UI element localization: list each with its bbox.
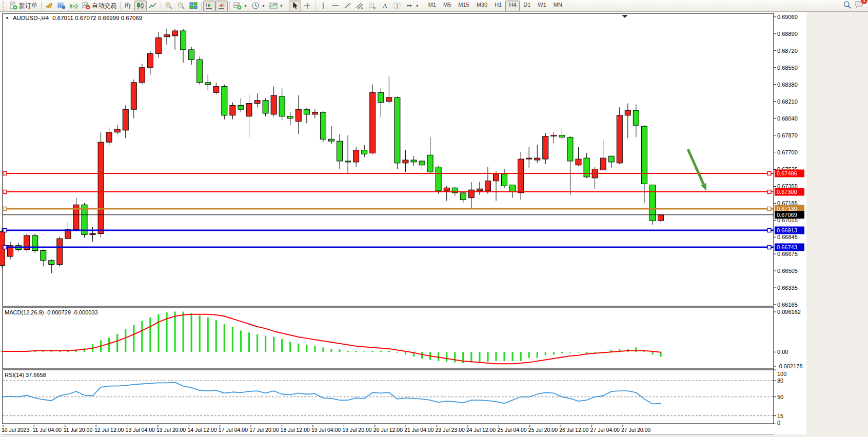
bid-price-label: 0.67069: [775, 211, 804, 218]
zoom-in-button[interactable]: [163, 1, 175, 11]
chart-shift-icon: [218, 2, 226, 10]
hline-0.67486[interactable]: [3, 172, 774, 175]
timeframe-button-m15[interactable]: M15: [455, 1, 472, 11]
signal-icon: [70, 2, 78, 10]
timeframe-button-m30[interactable]: M30: [473, 1, 491, 11]
line-anchor[interactable]: [767, 229, 771, 232]
chevron-down-icon[interactable]: ▼: [244, 4, 247, 8]
candle: [155, 38, 161, 54]
candle: [518, 159, 524, 193]
equidistant-channel-button[interactable]: E: [354, 1, 366, 11]
line-anchor[interactable]: [767, 172, 771, 175]
zoom-out-icon: [177, 2, 185, 10]
bar-chart-button[interactable]: [122, 1, 134, 11]
price-tick-label: 0.69060: [777, 14, 798, 20]
vline-icon: [319, 2, 327, 10]
rsi-indicator-label: RSI(14) 37.6658: [5, 372, 46, 378]
timeframe-button-m5[interactable]: M5: [440, 1, 455, 11]
signals-button[interactable]: [68, 1, 80, 11]
timeframe-button-w1[interactable]: W1: [534, 1, 550, 11]
price-tick-label: 0.66505: [777, 268, 798, 274]
timeframe-button-h1[interactable]: H1: [491, 1, 505, 11]
line-anchor[interactable]: [767, 190, 771, 194]
text-button[interactable]: A: [379, 1, 391, 11]
timeframe-button-m1[interactable]: M1: [425, 1, 440, 11]
candle: [189, 50, 194, 59]
tile-windows-button[interactable]: [187, 1, 200, 11]
time-tick-label: 17 Jul 04:00: [219, 427, 248, 433]
new-order-button[interactable]: 新订单: [7, 1, 40, 11]
candle: [147, 54, 153, 68]
macd-tick-label: 0.006162: [777, 309, 801, 315]
candle: [106, 132, 112, 142]
shapes-icon: [405, 2, 413, 10]
chevron-down-icon[interactable]: ▼: [416, 4, 419, 8]
search-icon[interactable]: [843, 1, 852, 11]
svg-text:0.67130: 0.67130: [777, 206, 797, 212]
history-center-button[interactable]: [43, 1, 55, 11]
notifications-chat-icon[interactable]: 1: [855, 0, 864, 11]
candle-chart-button[interactable]: [134, 1, 147, 11]
zoom-out-button[interactable]: [175, 1, 187, 11]
auto-scroll-button[interactable]: [203, 1, 215, 11]
chevron-down-icon[interactable]: ▼: [262, 4, 265, 8]
timeframe-button-mn[interactable]: MN: [550, 1, 566, 11]
chart-title-dropdown-icon[interactable]: ▼: [5, 16, 9, 21]
candle: [436, 167, 441, 191]
hline-0.67300[interactable]: [3, 190, 774, 194]
hline-0.67130[interactable]: [3, 207, 774, 210]
price-tick-label: 0.68380: [777, 82, 798, 88]
horizontal-line-button[interactable]: [329, 1, 342, 11]
line-anchor[interactable]: [3, 172, 7, 175]
text-icon: A: [381, 2, 389, 10]
templates-button[interactable]: ▼: [267, 1, 285, 11]
vertical-line-button[interactable]: [317, 1, 329, 11]
line-anchor[interactable]: [767, 245, 771, 249]
line-anchor[interactable]: [3, 229, 7, 232]
market-depth-button[interactable]: [55, 1, 68, 11]
down-arrow-annotation[interactable]: [688, 149, 706, 191]
timeframe-button-d1[interactable]: D1: [520, 1, 534, 11]
candle: [238, 105, 244, 109]
candle: [551, 135, 557, 136]
candle: [98, 142, 104, 233]
line-chart-button[interactable]: [147, 1, 159, 11]
price-tick-label: 0.68550: [777, 65, 798, 71]
crosshair-button[interactable]: [301, 1, 313, 11]
hline-0.66743[interactable]: [3, 245, 774, 249]
line-anchor[interactable]: [3, 245, 7, 249]
chart-shift-button[interactable]: [215, 1, 228, 11]
line-anchor[interactable]: [767, 207, 771, 210]
chart-shift-marker[interactable]: [622, 15, 628, 18]
arrows-button[interactable]: ▼: [403, 1, 421, 11]
line-anchor[interactable]: [3, 207, 7, 210]
candle: [576, 159, 581, 165]
trendline-button[interactable]: [342, 1, 354, 11]
toolbar-grip[interactable]: [3, 2, 6, 10]
timeframe-button-h4[interactable]: H4: [505, 1, 520, 11]
indicators-button[interactable]: ▼: [231, 1, 249, 11]
fibonacci-button[interactable]: F: [366, 1, 379, 11]
auto-trading-button[interactable]: 自动交易: [80, 1, 119, 11]
chart-title[interactable]: ▼ AUDUSD-,H4 0.67011 0.67072 0.66999 0.6…: [5, 15, 142, 21]
price-tick-label: 0.68210: [777, 98, 798, 105]
svg-text:0.66743: 0.66743: [777, 244, 797, 250]
new-order-button-label: 新订单: [19, 2, 37, 10]
price-tick-label: 0.68890: [777, 31, 798, 37]
trendline-icon: [344, 2, 352, 10]
time-tick-label: 21 Jul 04:00: [404, 427, 433, 433]
bar-chart-icon: [124, 2, 132, 10]
periods-button[interactable]: ▼: [249, 1, 267, 11]
toolbar-right-tools: 1: [843, 0, 868, 11]
svg-text:F: F: [373, 7, 376, 10]
hline-0.66913[interactable]: [3, 229, 774, 232]
text-label-button[interactable]: T: [391, 1, 403, 11]
time-tick-label: 18 Jul 12:00: [281, 427, 310, 433]
cursor-button[interactable]: [289, 1, 301, 11]
time-axis: 10 Jul 202311 Jul 04:0011 Jul 20:0012 Ju…: [2, 425, 650, 433]
candle: [617, 115, 622, 163]
line-anchor[interactable]: [3, 190, 7, 194]
price-tick-label: 0.66845: [777, 234, 798, 240]
template-icon: [269, 2, 278, 10]
chevron-down-icon[interactable]: ▼: [280, 4, 283, 8]
